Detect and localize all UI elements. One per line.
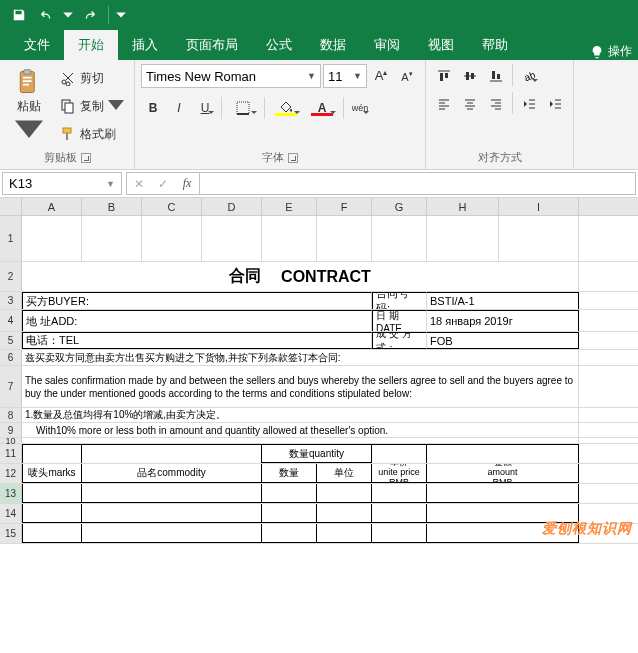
- th-qty: 数量: [262, 464, 317, 483]
- tell-me[interactable]: 操作: [590, 43, 632, 60]
- cut-button[interactable]: 剪切: [56, 66, 128, 90]
- decrease-indent-button[interactable]: [517, 92, 541, 116]
- grow-font-button[interactable]: A▴: [369, 64, 393, 88]
- tab-file[interactable]: 文件: [10, 30, 64, 60]
- undo-button[interactable]: [34, 3, 60, 27]
- font-name-value: Times New Roman: [146, 69, 256, 84]
- tab-data[interactable]: 数据: [306, 30, 360, 60]
- align-top-button[interactable]: [432, 64, 456, 88]
- row-header[interactable]: 15: [0, 524, 22, 543]
- col-header[interactable]: H: [427, 198, 499, 215]
- orientation-button[interactable]: ab: [517, 64, 541, 88]
- col-header[interactable]: E: [262, 198, 317, 215]
- row-header[interactable]: 2: [0, 262, 22, 291]
- cancel-formula-button[interactable]: ✕: [127, 177, 151, 191]
- table-cell[interactable]: [317, 484, 372, 503]
- svg-rect-21: [497, 74, 500, 79]
- name-box[interactable]: K13▼: [2, 172, 122, 195]
- worksheet[interactable]: A B C D E F G H I 1 2 合同 CONTRACT 3 买方BU…: [0, 198, 638, 544]
- row-header[interactable]: 7: [0, 366, 22, 407]
- contract-title: 合同 CONTRACT: [22, 262, 579, 291]
- font-name-combo[interactable]: Times New Roman▼: [141, 64, 321, 88]
- qat-customize[interactable]: [115, 3, 127, 27]
- enter-formula-button[interactable]: ✓: [151, 177, 175, 191]
- row-header[interactable]: 1: [0, 216, 22, 261]
- undo-dropdown[interactable]: [62, 3, 74, 27]
- row-header[interactable]: 8: [0, 408, 22, 422]
- tab-review[interactable]: 审阅: [360, 30, 414, 60]
- align-right-button[interactable]: [484, 92, 508, 116]
- paste-button[interactable]: 粘贴: [6, 64, 52, 148]
- format-painter-button[interactable]: 格式刷: [56, 122, 128, 146]
- row-header[interactable]: 10: [0, 438, 22, 443]
- terms-label: 成 交 方 式：: [372, 332, 427, 349]
- tab-home[interactable]: 开始: [64, 30, 118, 60]
- tab-formulas[interactable]: 公式: [252, 30, 306, 60]
- address-label: 地 址ADD:: [22, 310, 372, 331]
- col-header[interactable]: C: [142, 198, 202, 215]
- save-button[interactable]: [6, 3, 32, 27]
- row-header[interactable]: 12: [0, 464, 22, 483]
- phonetic-button[interactable]: wén: [348, 96, 372, 120]
- italic-button[interactable]: I: [167, 96, 191, 120]
- col-header[interactable]: B: [82, 198, 142, 215]
- group-alignment: ab 对齐方式: [426, 60, 574, 169]
- terms-value: FOB: [427, 332, 579, 349]
- col-header[interactable]: A: [22, 198, 82, 215]
- tab-help[interactable]: 帮助: [468, 30, 522, 60]
- row-header[interactable]: 3: [0, 292, 22, 309]
- tab-layout[interactable]: 页面布局: [172, 30, 252, 60]
- row-header[interactable]: 13: [0, 484, 22, 503]
- table-cell[interactable]: [262, 484, 317, 503]
- bold-button[interactable]: B: [141, 96, 165, 120]
- row-header[interactable]: 6: [0, 350, 22, 365]
- tab-insert[interactable]: 插入: [118, 30, 172, 60]
- font-size-combo[interactable]: 11▼: [323, 64, 367, 88]
- row-header[interactable]: 5: [0, 332, 22, 349]
- insert-function-button[interactable]: fx: [175, 176, 199, 191]
- select-all-corner[interactable]: [0, 198, 22, 215]
- shrink-font-button[interactable]: A▾: [395, 64, 419, 88]
- col-header[interactable]: I: [499, 198, 579, 215]
- col-header[interactable]: F: [317, 198, 372, 215]
- redo-button[interactable]: [76, 3, 102, 27]
- align-middle-button[interactable]: [458, 64, 482, 88]
- table-cell[interactable]: [82, 484, 262, 503]
- row-header[interactable]: 14: [0, 504, 22, 523]
- table-cell[interactable]: [82, 524, 262, 543]
- col-header[interactable]: G: [372, 198, 427, 215]
- row-header[interactable]: 4: [0, 310, 22, 331]
- table-cell[interactable]: [372, 484, 427, 503]
- tab-view[interactable]: 视图: [414, 30, 468, 60]
- row-header[interactable]: 11: [0, 444, 22, 463]
- copy-button[interactable]: 复制: [56, 94, 128, 118]
- clipboard-launcher[interactable]: [81, 153, 91, 163]
- increase-indent-button[interactable]: [543, 92, 567, 116]
- clipboard-label: 剪贴板: [44, 150, 77, 165]
- table-cell[interactable]: [22, 484, 82, 503]
- align-center-button[interactable]: [458, 92, 482, 116]
- table-cell[interactable]: [372, 524, 427, 543]
- svg-text:ab: ab: [523, 69, 536, 83]
- table-cell[interactable]: [22, 504, 82, 523]
- fill-color-button[interactable]: [269, 96, 303, 120]
- formula-input[interactable]: [200, 172, 636, 195]
- font-launcher[interactable]: [288, 153, 298, 163]
- formula-buttons: ✕ ✓ fx: [126, 172, 200, 195]
- col-header[interactable]: D: [202, 198, 262, 215]
- svg-point-5: [62, 80, 66, 84]
- align-left-button[interactable]: [432, 92, 456, 116]
- align-bottom-button[interactable]: [484, 64, 508, 88]
- border-button[interactable]: [226, 96, 260, 120]
- table-cell[interactable]: [22, 524, 82, 543]
- table-cell[interactable]: [82, 504, 262, 523]
- font-color-button[interactable]: A: [305, 96, 339, 120]
- table-cell[interactable]: [262, 524, 317, 543]
- table-cell[interactable]: [372, 504, 427, 523]
- underline-button[interactable]: U: [193, 96, 217, 120]
- table-cell[interactable]: [427, 484, 579, 503]
- table-cell[interactable]: [262, 504, 317, 523]
- table-cell[interactable]: [317, 504, 372, 523]
- table-cell[interactable]: [317, 524, 372, 543]
- ribbon: 粘贴 剪切 复制 格式刷 剪贴板: [0, 60, 638, 170]
